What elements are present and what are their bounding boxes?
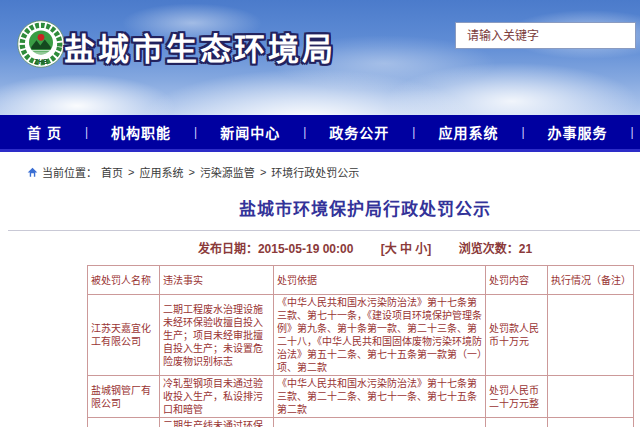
content-area: 当前位置： 首页>应用系统>污染源监管>环境行政处罚公示 盐城市环境保护局行政处… <box>0 165 640 427</box>
execution-status-cell <box>548 295 634 376</box>
page-title: 盐城市环境保护局行政处罚公示 <box>0 195 640 220</box>
breadcrumb-prefix: 当前位置： <box>42 164 97 180</box>
nav-item-app-systems[interactable]: 应用系统 <box>438 122 498 142</box>
nav-separator: | <box>303 125 306 139</box>
font-size-switch[interactable]: [大 中 小] <box>381 242 432 256</box>
nav-item-home[interactable]: 首 页 <box>27 122 62 142</box>
column-header: 处罚依据 <box>274 266 486 295</box>
nav-item-gov-affairs[interactable]: 政务公开 <box>329 122 389 142</box>
article-meta: 发布日期：2015-05-19 00:00 [大 中 小] 浏览次数：21 <box>0 231 640 265</box>
page: ZHB 盐城市生态环境局 首 页|机构职能|新闻中心|政务公开|应用系统|办事服… <box>0 0 640 427</box>
nav-item-services[interactable]: 办事服务 <box>548 122 608 142</box>
nav-item-org-functions[interactable]: 机构职能 <box>111 122 171 142</box>
table-header-row: 被处罚人名称违法事实处罚依据处罚内容执行情况（备注） <box>88 266 634 295</box>
environment-bureau-logo-icon: ZHB <box>17 20 65 68</box>
breadcrumb-item-3: 环境行政处罚公示 <box>271 164 359 180</box>
search-input[interactable] <box>455 22 636 49</box>
breadcrumb-separator: > <box>260 166 266 178</box>
column-header: 违法事实 <box>160 266 274 295</box>
penalty-content-cell: 处罚人民币二十万元整 <box>486 376 548 418</box>
nav-separator: | <box>194 125 197 139</box>
breadcrumb: 当前位置： 首页>应用系统>污染源监管>环境行政处罚公示 <box>27 165 640 179</box>
breadcrumb-item-1[interactable]: 应用系统 <box>139 164 183 180</box>
penalty-basis-cell: 《中华人民共和国水污染防治法》第十七条第三款、第七十一条，《建设项目环境保护管理… <box>274 295 486 376</box>
view-count: 浏览次数：21 <box>459 242 532 256</box>
breadcrumb-item-2[interactable]: 污染源监管 <box>200 164 255 180</box>
execution-status-cell <box>548 418 634 427</box>
breadcrumb-separator: > <box>128 166 134 178</box>
column-header: 执行情况（备注） <box>548 266 634 295</box>
violation-fact-cell: 冷轧型钢项目未通过验收投入生产，私设排污口和暗管 <box>160 376 274 418</box>
penalized-name-cell: 江苏天嘉宜化工有限公司 <box>88 295 160 376</box>
site-banner: ZHB 盐城市生态环境局 <box>0 0 640 115</box>
table-row: 江苏天嘉宜化工有限公司二期工程废水治理设施未经环保验收擅自投入生产；项目未经审批… <box>88 295 634 376</box>
penalty-table: 被处罚人名称违法事实处罚依据处罚内容执行情况（备注） 江苏天嘉宜化工有限公司二期… <box>87 265 634 427</box>
penalty-basis-cell: 《中华人民共和国水污染防治法》第十七条、第七十一条 <box>274 418 486 427</box>
home-icon <box>27 167 38 178</box>
main-nav: 首 页|机构职能|新闻中心|政务公开|应用系统|办事服务|政 <box>0 115 640 152</box>
penalized-name-cell: 盐城钢管厂有限公司 <box>88 376 160 418</box>
nav-separator: | <box>521 125 524 139</box>
violation-fact-cell: 二期工程废水治理设施未经环保验收擅自投入生产；项目未经审批擅自投入生产；未设置危… <box>160 295 274 376</box>
execution-status-cell <box>548 376 634 418</box>
logo-letters: ZHB <box>34 58 48 65</box>
nav-item-news-center[interactable]: 新闻中心 <box>220 122 280 142</box>
penalized-name-cell: 大丰跃龙化学有限公司 <box>88 418 160 427</box>
penalty-content-cell: 处罚款人民币十万元 <box>486 295 548 376</box>
column-header: 处罚内容 <box>486 266 548 295</box>
breadcrumb-item-0[interactable]: 首页 <box>101 164 123 180</box>
site-title: 盐城市生态环境局 <box>64 24 336 69</box>
publish-date: 发布日期：2015-05-19 00:00 <box>198 242 353 256</box>
breadcrumb-separator: > <box>188 166 194 178</box>
table-row: 大丰跃龙化学有限公司二期生产线未通过环保“三同时”验收擅自投入生产《中华人民共和… <box>88 418 634 427</box>
nav-separator: | <box>412 125 415 139</box>
nav-separator: | <box>85 125 88 139</box>
column-header: 被处罚人名称 <box>88 266 160 295</box>
table-row: 盐城钢管厂有限公司冷轧型钢项目未通过验收投入生产，私设排污口和暗管《中华人民共和… <box>88 376 634 418</box>
violation-fact-cell: 二期生产线未通过环保“三同时”验收擅自投入生产 <box>160 418 274 427</box>
penalty-content-cell: 处罚款人民币五万元 <box>486 418 548 427</box>
penalty-basis-cell: 《中华人民共和国水污染防治法》第十七条第三款、第二十二条、第七十一条、第七十五条… <box>274 376 486 418</box>
nav-separator: | <box>631 125 634 139</box>
